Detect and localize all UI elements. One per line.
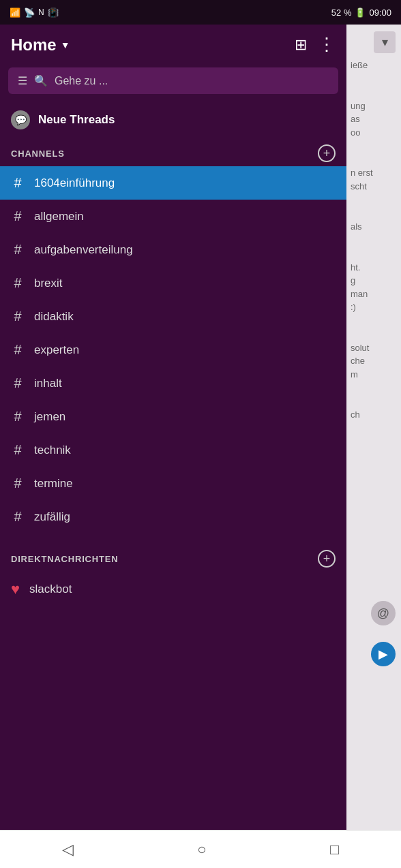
channels-section-header: CHANNELS + [0,138,346,166]
right-panel-content: ▾ ieße ungasoo n erstscht als ht.gman:) … [346,25,401,830]
channel-name: jemen [34,410,65,424]
bottom-nav-bar: ◁ ○ □ [0,830,401,868]
header-icons: ⊞ ⋮ [295,34,336,55]
add-dm-button[interactable]: + [318,550,336,568]
channel-item-zufallig[interactable]: # zufällig [0,500,346,533]
rp-text-line-5: ht.gman:) [351,261,397,314]
back-button[interactable]: ◁ [48,835,87,864]
channel-name: allgemein [34,210,84,223]
grid-icon[interactable]: ⊞ [295,36,307,54]
search-magnifier-icon: 🔍 [34,74,48,87]
channel-hash-icon: # [11,442,25,458]
channel-hash-icon: # [11,242,25,258]
channel-name: inhalt [34,377,62,390]
add-dm-icon: + [323,553,331,565]
more-menu-icon[interactable]: ⋮ [318,34,336,55]
rp-text-line-6: solutchem [351,341,397,382]
channel-name: termine [34,477,73,491]
vibrate-icon: 📳 [48,7,59,18]
rp-text-line-1: ieße [351,59,397,72]
signal-icon: 📶 [10,7,20,18]
dm-section-title: DIREKTNACHRICHTEN [11,554,118,564]
rp-text-line-7: ch [351,408,397,422]
at-mention-button[interactable]: @ [371,601,396,625]
add-channel-icon: + [323,147,331,159]
app-title: Home [11,35,57,55]
header-left: Home ▼ [11,35,70,55]
sidebar: Home ▼ ⊞ ⋮ ☰ 🔍 Gehe zu ... 💬 Neue Thread… [0,25,346,830]
channel-hash-icon: # [11,509,25,525]
channel-name: experten [34,343,79,357]
status-right: 52 % 🔋 09:00 [331,7,391,18]
channel-name: brexit [34,277,63,290]
neue-threads-icon: 💬 [11,110,30,129]
battery-text: 52 % [331,7,352,18]
rp-text-line-4: als [351,220,397,234]
status-bar: 📶 📡 N 📳 52 % 🔋 09:00 [0,0,401,25]
channel-name: aufgabenverteilung [34,243,133,257]
rp-text-line-3: n erstscht [351,166,397,193]
neue-threads-label: Neue Threads [38,113,115,127]
time-text: 09:00 [369,7,391,18]
channel-item-inhalt[interactable]: # inhalt [0,367,346,400]
channels-title: CHANNELS [11,149,65,159]
channel-hash-icon: # [11,208,25,224]
right-panel-dropdown[interactable]: ▾ [374,31,396,53]
rp-text-line-2: ungasoo [351,99,397,140]
channel-item-allgemein[interactable]: # allgemein [0,200,346,233]
channel-hash-icon: # [11,342,25,358]
channel-name: zufällig [34,510,70,524]
channel-hash-icon: # [11,409,25,424]
search-filter-icon: ☰ [18,74,27,87]
channel-name: 1604einführung [34,176,115,190]
right-panel: ▾ ieße ungasoo n erstscht als ht.gman:) … [346,25,401,830]
slackbot-name: slackbot [29,583,72,596]
neue-threads-item[interactable]: 💬 Neue Threads [0,102,346,138]
channel-item-didaktik[interactable]: # didaktik [0,300,346,333]
recents-button[interactable]: □ [316,835,353,864]
channel-item-termine[interactable]: # termine [0,467,346,500]
channel-hash-icon: # [11,309,25,324]
channel-item-experten[interactable]: # experten [0,333,346,367]
slackbot-heart-icon: ♥ [11,580,20,598]
dm-item-slackbot[interactable]: ♥ slackbot [0,572,346,607]
search-bar[interactable]: ☰ 🔍 Gehe zu ... [8,67,338,94]
main-area: Home ▼ ⊞ ⋮ ☰ 🔍 Gehe zu ... 💬 Neue Thread… [0,25,401,830]
battery-icon: 🔋 [355,7,366,18]
channel-hash-icon: # [11,476,25,491]
channel-item-technik[interactable]: # technik [0,433,346,467]
channel-hash-icon: # [11,175,25,191]
search-placeholder[interactable]: Gehe zu ... [55,75,108,87]
channel-item-1604einfuhrung[interactable]: # 1604einführung [0,166,346,200]
dropdown-icon[interactable]: ▼ [61,40,70,50]
dm-section-header: DIREKTNACHRICHTEN + [0,543,346,572]
channel-item-brexit[interactable]: # brexit [0,266,346,300]
channel-item-jemen[interactable]: # jemen [0,400,346,433]
wifi-icon: 📡 [24,7,35,18]
channel-name: didaktik [34,310,74,324]
home-button[interactable]: ○ [183,835,220,864]
channel-hash-icon: # [11,375,25,391]
right-panel-text-area: ieße ungasoo n erstscht als ht.gman:) so… [346,25,401,454]
status-left: 📶 📡 N 📳 [10,7,59,18]
channel-hash-icon: # [11,275,25,291]
app-header: Home ▼ ⊞ ⋮ [0,25,346,65]
channel-name: technik [34,444,71,457]
nfc-icon: N [38,7,44,17]
add-channel-button[interactable]: + [318,144,336,162]
channel-item-aufgabenverteilung[interactable]: # aufgabenverteilung [0,233,346,266]
send-button[interactable]: ▶ [371,642,396,666]
